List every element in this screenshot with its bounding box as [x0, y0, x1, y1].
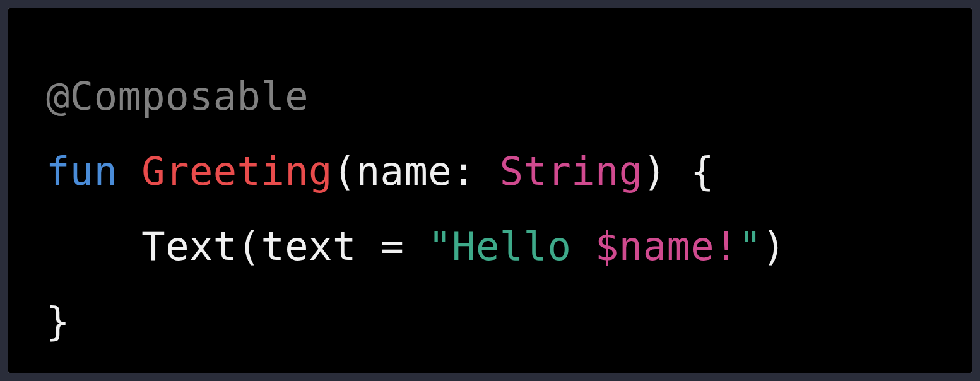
- call-token: Text(text =: [141, 223, 428, 269]
- code-line-1: @Composable: [46, 59, 934, 134]
- whitespace-token: [117, 148, 141, 194]
- string-excl-token: !: [714, 223, 738, 269]
- string-close-token: ": [738, 223, 762, 269]
- code-line-2: fun Greeting(name: String) {: [46, 134, 934, 209]
- function-name-token: Greeting: [141, 148, 333, 194]
- string-text-token: Hello: [452, 223, 595, 269]
- paren-close-token: ): [762, 223, 786, 269]
- code-line-3: Text(text = "Hello $name!"): [46, 209, 934, 284]
- keyword-token: fun: [46, 148, 117, 194]
- string-open-token: ": [428, 223, 452, 269]
- template-var-token: $name: [595, 223, 714, 269]
- paren-close-token: ): [643, 148, 667, 194]
- type-token: String: [500, 148, 643, 194]
- param-name-token: name: [357, 148, 452, 194]
- code-block: @Composable fun Greeting(name: String) {…: [8, 8, 972, 373]
- brace-open-token: {: [667, 148, 715, 194]
- indent-token: [46, 223, 141, 269]
- brace-close-token: }: [46, 298, 70, 344]
- paren-open-token: (: [333, 148, 357, 194]
- colon-token: :: [452, 148, 500, 194]
- code-line-4: }: [46, 284, 934, 359]
- annotation-token: @Composable: [46, 73, 309, 119]
